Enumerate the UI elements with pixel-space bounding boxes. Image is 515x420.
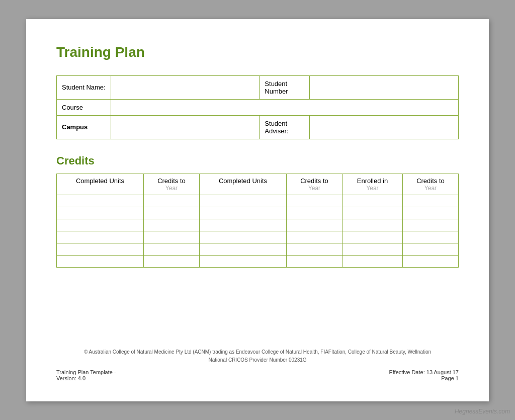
table-row: [57, 195, 459, 207]
campus-value: [111, 115, 260, 139]
footer-right: Effective Date: 13 August 17 Page 1: [389, 369, 459, 381]
student-number-value: [310, 75, 459, 99]
student-name-value: [111, 75, 260, 99]
credits-header-4: Enrolled in Year: [342, 174, 403, 195]
table-row: [57, 255, 459, 267]
credits-header-3: Credits to Year: [286, 174, 342, 195]
footer-copyright: © Australian College of Natural Medicine…: [56, 333, 459, 364]
student-name-label: Student Name:: [57, 75, 111, 99]
document-page: Training Plan Student Name: Student Numb…: [26, 19, 489, 401]
table-row: [57, 231, 459, 243]
footer-meta: Training Plan Template - Version: 4.0 Ef…: [56, 369, 459, 381]
credits-table: Completed Units Credits to Year Complete…: [56, 174, 459, 268]
credits-header-0: Completed Units: [57, 174, 144, 195]
effective-date-label: Effective Date: 13 August 17: [389, 369, 459, 375]
student-number-label: Student Number: [260, 75, 310, 99]
table-row: [57, 219, 459, 231]
template-label: Training Plan Template -: [56, 369, 116, 375]
footer-left: Training Plan Template - Version: 4.0: [56, 369, 116, 381]
student-adviser-label: Student Adviser:: [260, 115, 310, 139]
course-value: [111, 99, 458, 115]
course-label: Course: [57, 99, 111, 115]
page-label: Page 1: [389, 375, 459, 381]
page-title: Training Plan: [56, 44, 459, 60]
copyright-line1: © Australian College of Natural Medicine…: [56, 348, 459, 356]
watermark: HegnessEvents.com: [455, 408, 510, 415]
copyright-line2: National CRICOS Provider Number 00231G: [56, 356, 459, 364]
info-table: Student Name: Student Number Course Camp…: [56, 75, 459, 139]
table-row: [57, 207, 459, 219]
version-label: Version: 4.0: [56, 375, 116, 381]
table-row: [57, 243, 459, 255]
credits-header-2: Completed Units: [200, 174, 287, 195]
credits-header-5: Credits to Year: [402, 174, 458, 195]
student-adviser-value: [310, 115, 459, 139]
credits-header-1: Credits to Year: [143, 174, 199, 195]
credits-title: Credits: [56, 154, 459, 167]
campus-label: Campus: [57, 115, 111, 139]
